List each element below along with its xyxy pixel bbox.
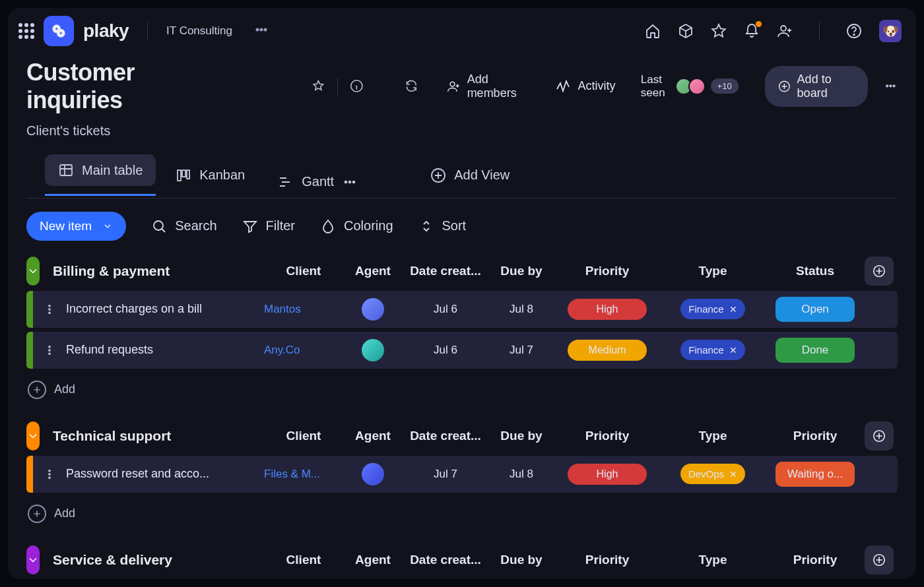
column-header-type[interactable]: Type	[660, 553, 766, 567]
add-column-button[interactable]	[865, 257, 894, 286]
tag-remove-icon[interactable]: ✕	[729, 469, 737, 479]
cell-date-created[interactable]: Jul 6	[403, 303, 488, 316]
cell-agent[interactable]	[343, 339, 403, 361]
column-header-priority[interactable]: Priority	[554, 264, 660, 278]
cell-agent[interactable]	[343, 298, 403, 321]
group-name[interactable]: Service & delivery	[53, 552, 251, 568]
table-row[interactable]: Incorrect charges on a bill Mantos Jul 6…	[26, 291, 898, 328]
cell-priority[interactable]: High	[554, 299, 660, 320]
bell-icon[interactable]	[744, 23, 760, 39]
activity-button[interactable]: Activity	[555, 78, 615, 94]
cell-type[interactable]: DevOps✕	[660, 464, 766, 484]
cell-title[interactable]: Refund requests	[66, 343, 264, 357]
home-icon[interactable]	[645, 23, 661, 39]
tab-gantt[interactable]: Gantt	[265, 166, 371, 198]
sort-button[interactable]: Sort	[418, 218, 467, 234]
workspace-more-icon[interactable]	[253, 22, 269, 40]
group-collapse-button[interactable]	[26, 421, 40, 450]
add-to-board-button[interactable]: Add to board	[765, 66, 868, 107]
column-header-due-by[interactable]: Due by	[488, 553, 554, 567]
favorite-star-icon[interactable]	[312, 78, 325, 94]
tag-remove-icon[interactable]: ✕	[729, 304, 737, 315]
workspace-name[interactable]: IT Consulting	[166, 24, 232, 38]
column-header-agent[interactable]: Agent	[343, 553, 403, 567]
coloring-button[interactable]: Coloring	[320, 218, 393, 234]
column-header-client[interactable]: Client	[264, 264, 343, 278]
add-user-icon[interactable]	[777, 23, 793, 39]
cell-due-by[interactable]: Jul 8	[488, 303, 554, 316]
tab-more-icon[interactable]	[342, 174, 358, 190]
column-header-type[interactable]: Type	[660, 429, 766, 443]
add-row-button[interactable]: Add	[26, 497, 898, 534]
cell-status[interactable]: Waiting o...	[766, 462, 865, 487]
filter-button[interactable]: Filter	[242, 218, 295, 234]
row-menu-icon[interactable]	[33, 344, 66, 356]
group-collapse-button[interactable]	[26, 257, 40, 286]
cell-due-by[interactable]: Jul 8	[488, 468, 554, 481]
add-column-button[interactable]	[865, 545, 894, 574]
cell-due-by[interactable]: Jul 7	[488, 344, 554, 357]
tab-main-table[interactable]: Main table	[45, 154, 156, 186]
add-view-button[interactable]: Add View	[417, 160, 523, 191]
cell-title[interactable]: Password reset and acco...	[66, 467, 264, 481]
last-seen[interactable]: Last seen +10	[641, 73, 739, 100]
cell-status[interactable]: Open	[766, 297, 865, 322]
board-more-icon[interactable]	[884, 78, 898, 94]
cell-status[interactable]: Done	[766, 338, 865, 363]
column-header-due-by[interactable]: Due by	[488, 429, 554, 443]
group-name[interactable]: Technical support	[53, 428, 251, 444]
cell-date-created[interactable]: Jul 7	[403, 468, 488, 481]
add-column-button[interactable]	[865, 421, 894, 450]
sync-icon[interactable]	[405, 78, 418, 94]
column-header-priority[interactable]: Priority	[554, 553, 660, 567]
add-members-button[interactable]: Add members	[447, 73, 530, 100]
svg-point-34	[49, 473, 50, 474]
brand-logo[interactable]	[44, 16, 74, 46]
column-header-type[interactable]: Type	[660, 264, 766, 278]
column-header-date-created[interactable]: Date creat...	[403, 264, 488, 278]
cell-client[interactable]: Any.Co	[264, 344, 343, 357]
divider	[819, 22, 820, 40]
board-title: Customer inquiries	[26, 59, 208, 114]
column-header-agent[interactable]: Agent	[343, 429, 403, 443]
column-header-date-created[interactable]: Date creat...	[403, 429, 488, 443]
cell-priority[interactable]: High	[554, 464, 660, 485]
group-name[interactable]: Billing & payment	[53, 263, 251, 279]
cell-type[interactable]: Finance✕	[660, 340, 766, 360]
column-header-date-created[interactable]: Date creat...	[403, 553, 488, 567]
group-collapse-button[interactable]	[26, 545, 40, 574]
cell-agent[interactable]	[343, 463, 403, 485]
column-header-priority[interactable]: Priority	[554, 429, 660, 443]
column-header-client[interactable]: Client	[264, 553, 343, 567]
column-header-last[interactable]: Priority	[766, 429, 865, 443]
star-icon[interactable]	[711, 23, 727, 39]
table-row[interactable]: Password reset and acco... Files & M... …	[26, 456, 898, 493]
tag-remove-icon[interactable]: ✕	[729, 345, 737, 355]
table-row[interactable]: Refund requests Any.Co Jul 6 Jul 7 Mediu…	[26, 332, 898, 369]
column-header-last[interactable]: Status	[766, 264, 865, 278]
info-icon[interactable]	[350, 78, 364, 94]
column-header-last[interactable]: Priority	[766, 553, 865, 567]
tab-label: Main table	[82, 163, 143, 178]
row-menu-icon[interactable]	[33, 303, 66, 315]
search-button[interactable]: Search	[151, 218, 216, 234]
svg-point-14	[890, 85, 892, 87]
column-header-due-by[interactable]: Due by	[488, 264, 554, 278]
cube-icon[interactable]	[678, 23, 694, 39]
add-row-button[interactable]: Add	[26, 373, 898, 410]
row-menu-icon[interactable]	[33, 468, 66, 480]
cell-priority[interactable]: Medium	[554, 340, 660, 361]
new-item-button[interactable]: New item	[26, 212, 126, 241]
cell-client[interactable]: Mantos	[264, 303, 343, 316]
help-icon[interactable]	[846, 23, 862, 39]
apps-grid-icon[interactable]	[18, 23, 34, 39]
cell-type[interactable]: Finance✕	[660, 299, 766, 319]
cell-date-created[interactable]: Jul 6	[403, 344, 488, 357]
cell-client[interactable]: Files & M...	[264, 468, 343, 481]
user-avatar[interactable]: 🐶	[879, 20, 902, 42]
column-header-agent[interactable]: Agent	[343, 264, 403, 278]
column-header-client[interactable]: Client	[264, 429, 343, 443]
cell-title[interactable]: Incorrect charges on a bill	[66, 302, 264, 316]
coloring-label: Coloring	[344, 218, 393, 233]
tab-kanban[interactable]: Kanban	[162, 160, 258, 191]
